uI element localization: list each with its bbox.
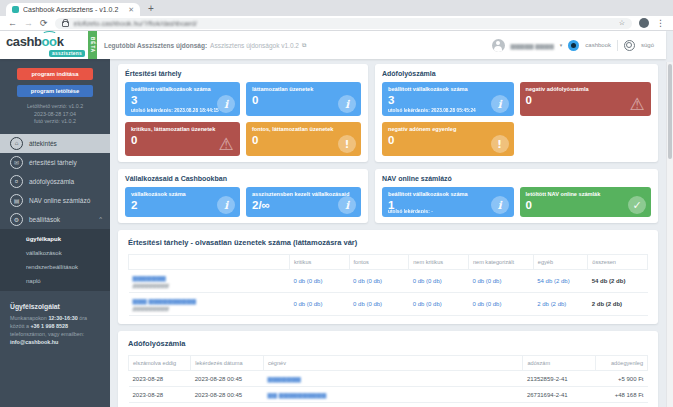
breadcrumb-value[interactable]: Asszisztens újdonságok v1.0.2 xyxy=(210,42,299,49)
cashbook-logo[interactable]: cashbook asszisztens xyxy=(0,31,88,59)
count-cell[interactable]: 0 db (0 db) xyxy=(349,270,409,293)
sidebar-item-label: áttekintés xyxy=(29,140,57,147)
support-phone[interactable]: +36 1 998 8528 xyxy=(30,323,68,329)
submenu-item-napló[interactable]: napló xyxy=(0,274,110,288)
cashbook-app-icon[interactable] xyxy=(568,40,579,51)
tab-close-icon[interactable]: ✕ xyxy=(128,6,134,14)
help-icon[interactable] xyxy=(624,40,635,51)
support-email[interactable]: info@cashbook.hu xyxy=(10,339,58,345)
count-cell[interactable]: 0 db (0 db) xyxy=(409,270,469,293)
browser-tab[interactable]: Cashbook Asszisztens - v1.0.2 ✕ xyxy=(6,3,140,16)
currency-icon: ¤ xyxy=(10,175,23,188)
stat-tile[interactable]: fontos, láttamozatlan üzenetek0! xyxy=(246,122,361,156)
card-title: Vállalkozásaid a Cashbookban xyxy=(125,175,361,182)
sidebar-item-áttekintés[interactable]: ⌂áttekintés xyxy=(0,134,110,153)
cashbook-link[interactable]: cashbook xyxy=(585,42,611,48)
count-cell[interactable]: 0 db (0 db) xyxy=(468,270,533,293)
bookmark-icon[interactable]: ☆ xyxy=(619,19,625,27)
column-header: adóegyenleg xyxy=(596,356,648,371)
column-header: kritikus xyxy=(289,255,349,270)
logo-oo-accent: oo xyxy=(42,34,57,49)
new-tab-button[interactable]: + xyxy=(148,3,154,14)
count-cell[interactable]: 0 db (0 db) xyxy=(289,293,349,316)
stat-value: 0 xyxy=(388,134,508,146)
stat-tile[interactable]: beállított vállalkozások száma3utolsó le… xyxy=(125,82,240,116)
scrollbar-thumb[interactable] xyxy=(668,64,672,159)
sidebar: program indítása program letöltése Letöl… xyxy=(0,59,110,407)
company-link[interactable]: ▆▆▆▆▆▆▆ xyxy=(267,375,300,382)
count-cell[interactable]: 0 db (0 db) xyxy=(349,293,409,316)
company-link[interactable]: ▆▆ ▆▆▆▆▆▆▆▆▆▆ xyxy=(267,391,326,398)
chevron-down-icon[interactable]: ▾ xyxy=(560,42,563,48)
card-title: NAV online számlázó xyxy=(382,175,651,182)
stat-subtext: utolsó lekérdezés: - xyxy=(388,209,433,214)
column-header xyxy=(129,255,290,270)
count-cell[interactable]: 54 db (2 db) xyxy=(533,270,587,293)
submenu-item-ügyfélkapuk[interactable]: ügyfélkapuk xyxy=(0,232,110,246)
page: cashbook asszisztens BÉTA Legutóbbi Assz… xyxy=(0,31,673,407)
stat-tile[interactable]: beállított vállalkozások száma3utolsó le… xyxy=(382,82,514,116)
messages-table-title: Értesítési tárhely - olvasatlan üzenetek… xyxy=(128,238,648,247)
stat-label: láttamozatlan üzenetek xyxy=(252,86,355,93)
back-icon[interactable]: ← xyxy=(8,19,17,28)
stat-tile[interactable]: negatív adófolyószámla0⚠ xyxy=(520,82,652,116)
tile-grid: vállalkozások száma2iasszisztensben keze… xyxy=(125,187,361,217)
browser-menu-icon[interactable]: ⋮ xyxy=(656,18,665,28)
sidebar-item-label: értesítési tárhely xyxy=(29,159,77,166)
tax-number-cell: 26731694-2-41 xyxy=(523,387,596,403)
reload-icon[interactable]: ⟳ xyxy=(40,19,48,28)
chevron-up-icon: ^ xyxy=(99,216,102,222)
submenu-item-vállalkozások[interactable]: vállalkozások xyxy=(0,246,110,260)
company-link[interactable]: ▆▆▆ ▆▆▆▆▆▆▆▆▆▆ xyxy=(133,297,286,304)
sidebar-item-értesítési-tárhely[interactable]: ✉értesítési tárhely xyxy=(0,153,110,172)
external-link-icon[interactable]: ⧉ xyxy=(302,42,306,49)
company-cell: ▆▆▆▆▆▆▆▆▆▆▆▆▆▆▆▆ xyxy=(129,270,290,293)
sidebar-item-beállítások[interactable]: ⚙beállítások^ xyxy=(0,210,110,229)
table-row: ▆▆▆ ▆▆▆▆▆▆▆▆▆▆▆▆▆▆▆▆▆▆▆0 db (0 db)0 db (… xyxy=(129,293,648,316)
tile-grid: beállított vállalkozások száma3utolsó le… xyxy=(382,82,651,156)
stat-tile[interactable]: letöltött NAV online számlák0✓ xyxy=(520,187,652,217)
stat-tile[interactable]: asszisztensben kezelt vállalkozásaid2/∞i xyxy=(246,187,361,217)
company-link[interactable]: ▆▆▆▆▆▆▆ xyxy=(133,274,286,281)
company-cell: ▆▆▆▆▆▆▆ xyxy=(263,371,523,387)
count-cell[interactable]: 2 db (2 db) xyxy=(533,293,587,316)
count-cell[interactable]: 0 db (0 db) xyxy=(468,293,533,316)
count-cell[interactable]: 0 db (0 db) xyxy=(409,293,469,316)
stat-tile[interactable]: láttamozatlan üzenetek0i xyxy=(246,82,361,116)
program-start-button[interactable]: program indítása xyxy=(17,68,93,80)
company-subtext: ▆▆▆▆▆▆▆▆▆ xyxy=(133,282,286,288)
stat-tile[interactable]: negatív adónem egyenleg0! xyxy=(382,122,514,156)
submenu-item-rendszerbeállítások[interactable]: rendszerbeállítások xyxy=(0,260,110,274)
url-field[interactable]: elofizeto.cashbook.hu/?/fiok/dashboard/ … xyxy=(55,18,632,29)
table-row: 2023-08-282023-08-28 00:45▆▆▆▆▆▆▆2135285… xyxy=(129,371,648,387)
total-cell[interactable]: 2 db (2 db) xyxy=(588,293,648,316)
forward-icon[interactable]: → xyxy=(24,19,33,28)
tax-table: elszámolva eddiglekérdezés dátumacégnéva… xyxy=(128,355,648,403)
tax-table-title: Adófolyószámla xyxy=(128,339,648,348)
tile-grid: beállított vállalkozások száma3utolsó le… xyxy=(125,82,361,156)
beta-ribbon: BÉTA xyxy=(88,31,97,59)
sidebar-item-NAV-online-számlázó[interactable]: ▤NAV online számlázó xyxy=(0,191,110,210)
info-icon: i xyxy=(491,95,509,113)
stat-label: fontos, láttamozatlan üzenetek xyxy=(252,126,355,133)
browser-profile-avatar[interactable] xyxy=(639,18,649,28)
help-link[interactable]: súgó xyxy=(641,42,654,48)
dashboard-card: Adófolyószámlabeállított vállalkozások s… xyxy=(375,64,658,162)
count-cell[interactable]: 0 db (0 db) xyxy=(289,270,349,293)
user-name[interactable]: ▆▆▆▆▆ ▆▆▆▆ xyxy=(511,42,554,49)
exclaim-icon: ! xyxy=(491,135,509,153)
app-header: cashbook asszisztens BÉTA Legutóbbi Assz… xyxy=(0,31,666,59)
stat-value: 3 xyxy=(388,94,508,106)
sidebar-item-adófolyószámla[interactable]: ¤adófolyószámla xyxy=(0,172,110,191)
scrollbar[interactable] xyxy=(666,62,673,407)
stat-label: beállított vállalkozások száma xyxy=(131,86,234,93)
program-download-button[interactable]: program letöltése xyxy=(17,85,93,97)
stat-tile[interactable]: kritikus, láttamozatlan üzenetek0⚠ xyxy=(125,122,240,156)
stat-tile[interactable]: beállított vállalkozások száma1utolsó le… xyxy=(382,187,514,217)
stat-label: beállított vállalkozások száma xyxy=(388,86,508,93)
cards-row-2: Vállalkozásaid a Cashbookbanvállalkozáso… xyxy=(118,169,658,223)
total-cell[interactable]: 54 db (2 db) xyxy=(588,270,648,293)
info-icon: i xyxy=(338,95,356,113)
stat-tile[interactable]: vállalkozások száma2i xyxy=(125,187,240,217)
user-avatar[interactable] xyxy=(492,39,505,52)
